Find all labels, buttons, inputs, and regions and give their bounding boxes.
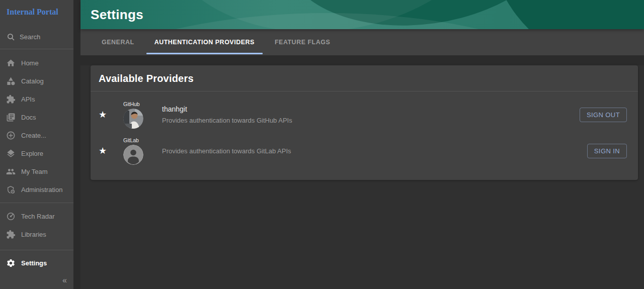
libraries-icon xyxy=(6,230,16,239)
sidebar-item-apis[interactable]: APIs xyxy=(0,90,73,108)
provider-row-gitlab: ★ GitLab xyxy=(91,133,638,169)
sidebar-item-explore[interactable]: Explore xyxy=(0,144,73,162)
sidebar-item-label: Settings xyxy=(21,259,47,267)
catalog-icon xyxy=(6,76,16,86)
content-area: Available Providers ★ GitHub xyxy=(80,65,644,289)
tab-general[interactable]: GENERAL xyxy=(94,29,142,55)
sidebar-item-my-team[interactable]: My Team xyxy=(0,162,73,180)
app-logo[interactable]: Internal Portal xyxy=(0,0,73,25)
tab-feature-flags[interactable]: FEATURE FLAGS xyxy=(267,29,338,55)
settings-gear-icon xyxy=(6,258,16,268)
sidebar-item-tech-radar[interactable]: Tech Radar xyxy=(0,207,73,225)
provider-avatar-cell: GitLab xyxy=(123,137,144,165)
sidebar-collapse-button[interactable]: « xyxy=(0,272,73,289)
provider-username: thanhgit xyxy=(162,105,580,113)
card-title: Available Providers xyxy=(99,73,630,84)
provider-text: Provides authentication towards GitLab A… xyxy=(162,147,587,155)
sidebar-item-settings[interactable]: Settings xyxy=(0,254,73,272)
provider-avatar-cell: GitHub xyxy=(123,101,144,129)
github-user-avatar xyxy=(123,109,143,129)
sidebar-item-label: Tech Radar xyxy=(21,213,54,220)
sidebar-item-libraries[interactable]: Libraries xyxy=(0,225,73,243)
available-providers-card: Available Providers ★ GitHub xyxy=(91,65,638,180)
card-header: Available Providers xyxy=(91,65,638,91)
sidebar-item-home[interactable]: Home xyxy=(0,54,73,72)
star-icon: ★ xyxy=(99,146,107,155)
administration-icon xyxy=(6,185,16,195)
sidebar-item-create[interactable]: Create... xyxy=(0,126,73,144)
sign-out-button[interactable]: SIGN OUT xyxy=(580,108,627,122)
home-icon xyxy=(6,58,16,68)
sidebar-item-label: Administration xyxy=(21,186,62,194)
sidebar-item-label: My Team xyxy=(21,168,48,175)
favorite-toggle[interactable]: ★ xyxy=(99,110,123,119)
explore-icon xyxy=(6,149,16,158)
sidebar-item-catalog[interactable]: Catalog xyxy=(0,72,73,90)
sidebar-main-nav: Home Catalog APIs Docs Create... Explore… xyxy=(0,49,73,199)
provider-name-caption: GitLab xyxy=(123,137,139,143)
sidebar-item-label: Docs xyxy=(21,114,36,121)
sidebar-search[interactable]: Search xyxy=(0,25,73,49)
provider-row-github: ★ GitHub xyxy=(91,97,638,133)
create-icon xyxy=(6,131,16,140)
sidebar-item-administration[interactable]: Administration xyxy=(0,180,73,199)
sidebar-secondary-nav: Tech Radar Libraries xyxy=(0,203,73,243)
sidebar-item-label: Create... xyxy=(21,132,46,139)
sidebar-item-docs[interactable]: Docs xyxy=(0,108,73,126)
docs-icon xyxy=(6,113,16,122)
tab-authentication-providers[interactable]: AUTHENTICATION PROVIDERS xyxy=(146,29,263,55)
sidebar: Internal Portal Search Home Catalog APIs… xyxy=(0,0,73,289)
generic-person-avatar xyxy=(123,145,143,165)
sidebar-settings-nav: Settings xyxy=(0,250,73,272)
my-team-icon xyxy=(6,167,16,176)
sidebar-spacer xyxy=(0,243,73,250)
sidebar-search-label: Search xyxy=(20,33,40,41)
provider-text: thanhgit Provides authentication towards… xyxy=(162,105,580,124)
sidebar-item-label: Libraries xyxy=(21,231,46,238)
page-title: Settings xyxy=(91,7,143,23)
provider-description: Provides authentication towards GitLab A… xyxy=(162,147,587,155)
provider-description: Provides authentication towards GitHub A… xyxy=(162,117,580,124)
sign-in-button[interactable]: SIGN IN xyxy=(587,144,627,158)
provider-name-caption: GitHub xyxy=(123,101,140,107)
sidebar-item-label: APIs xyxy=(21,95,35,103)
sidebar-item-label: Catalog xyxy=(21,77,44,85)
tab-bar: GENERAL AUTHENTICATION PROVIDERS FEATURE… xyxy=(80,29,644,55)
apis-icon xyxy=(6,94,16,104)
tech-radar-icon xyxy=(6,212,16,221)
star-icon: ★ xyxy=(99,110,107,119)
provider-rows: ★ GitHub xyxy=(91,91,638,180)
sidebar-item-label: Home xyxy=(21,59,39,67)
collapse-chevron-icon: « xyxy=(62,276,66,285)
favorite-toggle[interactable]: ★ xyxy=(99,146,123,155)
page-header: Settings xyxy=(80,0,644,29)
main-area: Settings GENERAL AUTHENTICATION PROVIDER… xyxy=(80,0,644,289)
sidebar-item-label: Explore xyxy=(21,150,43,157)
search-icon xyxy=(7,33,15,41)
